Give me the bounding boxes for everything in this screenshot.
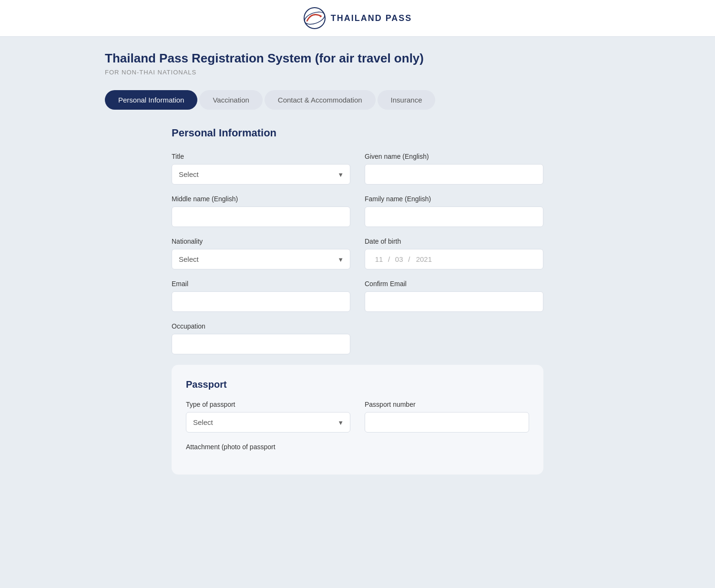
header: THAILAND PASS xyxy=(0,0,715,37)
field-passport-type: Type of passport Select Ordinary Diploma… xyxy=(186,401,350,433)
title-label: Title xyxy=(172,153,350,160)
row-middlename-familyname: Middle name (English) Family name (Engli… xyxy=(172,195,543,227)
field-passport-attachment: Attachment (photo of passport xyxy=(186,443,529,454)
dob-month-input[interactable] xyxy=(392,255,406,263)
passport-type-select-wrapper: Select Ordinary Diplomatic Official ▼ xyxy=(186,412,350,433)
passport-type-select[interactable]: Select Ordinary Diplomatic Official xyxy=(186,412,350,433)
passport-attachment-label: Attachment (photo of passport xyxy=(186,443,529,451)
nationality-label: Nationality xyxy=(172,237,350,245)
svg-point-0 xyxy=(304,8,325,29)
confirm-email-label: Confirm Email xyxy=(365,280,543,288)
field-title: Title Select Mr. Mrs. Ms. Dr. ▼ xyxy=(172,153,350,185)
title-select[interactable]: Select Mr. Mrs. Ms. Dr. xyxy=(172,164,350,185)
passport-card: Passport Type of passport Select Ordinar… xyxy=(172,365,543,475)
family-name-label: Family name (English) xyxy=(365,195,543,203)
occupation-label: Occupation xyxy=(172,322,350,330)
tabs-container: Personal Information Vaccination Contact… xyxy=(105,90,610,110)
dob-input-wrapper: / / xyxy=(365,249,543,269)
personal-information-form: Personal Information Title Select Mr. Mr… xyxy=(172,127,543,354)
title-select-wrapper: Select Mr. Mrs. Ms. Dr. ▼ xyxy=(172,164,350,185)
field-nationality: Nationality Select ▼ xyxy=(172,237,350,269)
field-family-name: Family name (English) xyxy=(365,195,543,227)
app-title: THAILAND PASS xyxy=(331,13,412,23)
field-occupation-spacer xyxy=(365,322,543,354)
section-title: Personal Information xyxy=(172,127,543,139)
given-name-input[interactable] xyxy=(365,164,543,185)
row-passport-type-number: Type of passport Select Ordinary Diploma… xyxy=(186,401,529,433)
middle-name-input[interactable] xyxy=(172,206,350,227)
dob-year-input[interactable] xyxy=(412,255,436,263)
row-nationality-dob: Nationality Select ▼ Date of birth / / xyxy=(172,237,543,269)
row-email-confirmemail: Email Confirm Email xyxy=(172,280,543,312)
dob-sep-2: / xyxy=(408,255,410,263)
passport-section-title: Passport xyxy=(186,379,529,390)
field-occupation: Occupation xyxy=(172,322,350,354)
tab-vaccination[interactable]: Vaccination xyxy=(199,90,262,110)
tab-personal-information[interactable]: Personal Information xyxy=(105,90,197,110)
email-input[interactable] xyxy=(172,291,350,312)
logo-area: THAILAND PASS xyxy=(303,7,412,30)
page-content: Thailand Pass Registration System (for a… xyxy=(95,37,620,489)
row-occupation: Occupation xyxy=(172,322,543,354)
tab-contact-accommodation[interactable]: Contact & Accommodation xyxy=(265,90,376,110)
page-subtitle: FOR NON-THAI NATIONALS xyxy=(105,69,610,76)
field-dob: Date of birth / / xyxy=(365,237,543,269)
tab-insurance[interactable]: Insurance xyxy=(378,90,436,110)
dob-sep-1: / xyxy=(388,255,390,263)
passport-type-label: Type of passport xyxy=(186,401,350,408)
svg-point-1 xyxy=(303,10,326,27)
given-name-label: Given name (English) xyxy=(365,153,543,160)
dob-day-input[interactable] xyxy=(372,255,386,263)
occupation-input[interactable] xyxy=(172,334,350,354)
page-title: Thailand Pass Registration System (for a… xyxy=(105,51,610,66)
field-passport-number: Passport number xyxy=(365,401,529,433)
email-label: Email xyxy=(172,280,350,288)
nationality-select[interactable]: Select xyxy=(172,249,350,269)
confirm-email-input[interactable] xyxy=(365,291,543,312)
nationality-select-wrapper: Select ▼ xyxy=(172,249,350,269)
family-name-input[interactable] xyxy=(365,206,543,227)
row-title-givenname: Title Select Mr. Mrs. Ms. Dr. ▼ Given na… xyxy=(172,153,543,185)
field-email: Email xyxy=(172,280,350,312)
dob-label: Date of birth xyxy=(365,237,543,245)
field-middle-name: Middle name (English) xyxy=(172,195,350,227)
middle-name-label: Middle name (English) xyxy=(172,195,350,203)
passport-number-label: Passport number xyxy=(365,401,529,408)
row-passport-attachment: Attachment (photo of passport xyxy=(186,443,529,454)
field-confirm-email: Confirm Email xyxy=(365,280,543,312)
logo-icon xyxy=(303,7,326,30)
field-given-name: Given name (English) xyxy=(365,153,543,185)
passport-number-input[interactable] xyxy=(365,412,529,433)
